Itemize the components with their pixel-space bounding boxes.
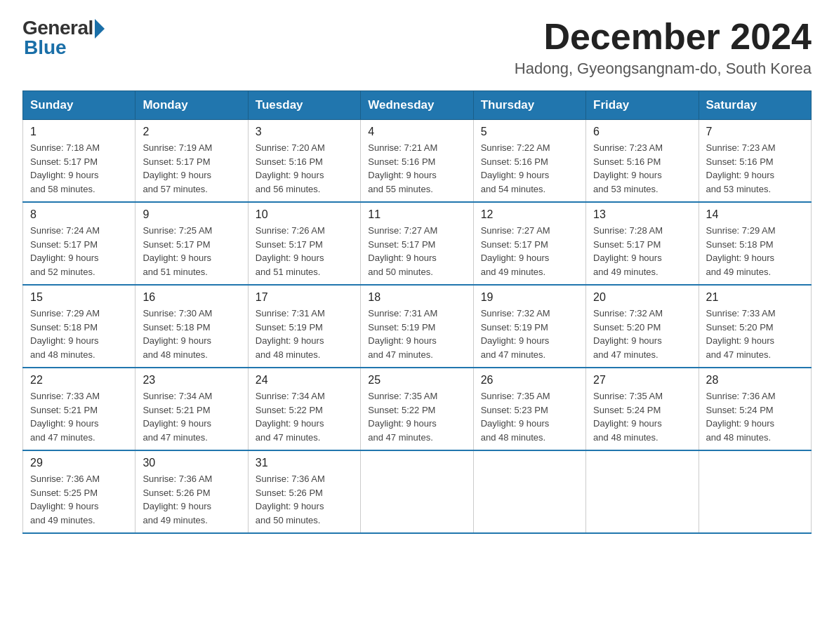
day-info: Sunrise: 7:36 AM Sunset: 5:26 PM Dayligh…	[143, 472, 240, 527]
calendar-cell: 10 Sunrise: 7:26 AM Sunset: 5:17 PM Dayl…	[248, 202, 360, 285]
calendar-cell: 12 Sunrise: 7:27 AM Sunset: 5:17 PM Dayl…	[473, 202, 585, 285]
day-number: 16	[143, 291, 240, 304]
calendar-week-row: 22 Sunrise: 7:33 AM Sunset: 5:21 PM Dayl…	[23, 368, 812, 450]
title-area: December 2024 Hadong, Gyeongsangnam-do, …	[515, 17, 812, 78]
calendar-cell: 25 Sunrise: 7:35 AM Sunset: 5:22 PM Dayl…	[361, 368, 473, 450]
day-number: 22	[30, 374, 128, 387]
header-cell-friday: Friday	[586, 91, 699, 120]
day-info: Sunrise: 7:25 AM Sunset: 5:17 PM Dayligh…	[143, 224, 240, 279]
day-number: 11	[368, 208, 465, 221]
header: General Blue December 2024 Hadong, Gyeon…	[22, 17, 812, 78]
day-number: 2	[143, 126, 240, 138]
day-info: Sunrise: 7:29 AM Sunset: 5:18 PM Dayligh…	[706, 224, 804, 279]
day-info: Sunrise: 7:28 AM Sunset: 5:17 PM Dayligh…	[593, 224, 691, 279]
calendar-cell: 15 Sunrise: 7:29 AM Sunset: 5:18 PM Dayl…	[23, 285, 135, 368]
calendar-cell: 9 Sunrise: 7:25 AM Sunset: 5:17 PM Dayli…	[135, 202, 248, 285]
day-info: Sunrise: 7:33 AM Sunset: 5:21 PM Dayligh…	[30, 389, 128, 444]
day-info: Sunrise: 7:32 AM Sunset: 5:19 PM Dayligh…	[481, 307, 578, 361]
calendar-cell: 3 Sunrise: 7:20 AM Sunset: 5:16 PM Dayli…	[248, 120, 360, 203]
calendar-cell: 29 Sunrise: 7:36 AM Sunset: 5:25 PM Dayl…	[23, 450, 135, 533]
logo-arrow-icon	[95, 19, 105, 39]
day-number: 5	[481, 126, 578, 138]
calendar-cell: 27 Sunrise: 7:35 AM Sunset: 5:24 PM Dayl…	[586, 368, 699, 450]
day-info: Sunrise: 7:19 AM Sunset: 5:17 PM Dayligh…	[143, 141, 240, 196]
day-number: 4	[368, 126, 465, 138]
day-info: Sunrise: 7:33 AM Sunset: 5:20 PM Dayligh…	[706, 307, 804, 361]
day-info: Sunrise: 7:29 AM Sunset: 5:18 PM Dayligh…	[30, 307, 128, 361]
calendar-week-row: 8 Sunrise: 7:24 AM Sunset: 5:17 PM Dayli…	[23, 202, 812, 285]
day-number: 14	[706, 208, 804, 221]
day-number: 24	[256, 374, 353, 387]
day-info: Sunrise: 7:30 AM Sunset: 5:18 PM Dayligh…	[143, 307, 240, 361]
day-info: Sunrise: 7:34 AM Sunset: 5:21 PM Dayligh…	[143, 389, 240, 444]
calendar-cell: 16 Sunrise: 7:30 AM Sunset: 5:18 PM Dayl…	[135, 285, 248, 368]
day-number: 9	[143, 208, 240, 221]
calendar-cell: 2 Sunrise: 7:19 AM Sunset: 5:17 PM Dayli…	[135, 120, 248, 203]
day-number: 28	[706, 374, 804, 387]
calendar-cell	[586, 450, 699, 533]
day-info: Sunrise: 7:18 AM Sunset: 5:17 PM Dayligh…	[30, 141, 128, 196]
header-cell-thursday: Thursday	[473, 91, 585, 120]
day-number: 6	[593, 126, 691, 138]
day-number: 31	[256, 457, 353, 469]
calendar-cell: 26 Sunrise: 7:35 AM Sunset: 5:23 PM Dayl…	[473, 368, 585, 450]
day-info: Sunrise: 7:27 AM Sunset: 5:17 PM Dayligh…	[481, 224, 578, 279]
day-number: 29	[30, 457, 128, 469]
calendar-cell: 13 Sunrise: 7:28 AM Sunset: 5:17 PM Dayl…	[586, 202, 699, 285]
day-info: Sunrise: 7:27 AM Sunset: 5:17 PM Dayligh…	[368, 224, 465, 279]
calendar-cell: 5 Sunrise: 7:22 AM Sunset: 5:16 PM Dayli…	[473, 120, 585, 203]
calendar-table: SundayMondayTuesdayWednesdayThursdayFrid…	[22, 90, 812, 534]
calendar-cell: 24 Sunrise: 7:34 AM Sunset: 5:22 PM Dayl…	[248, 368, 360, 450]
day-number: 1	[30, 126, 128, 138]
day-info: Sunrise: 7:35 AM Sunset: 5:22 PM Dayligh…	[368, 389, 465, 444]
day-number: 20	[593, 291, 691, 304]
calendar-cell: 22 Sunrise: 7:33 AM Sunset: 5:21 PM Dayl…	[23, 368, 135, 450]
day-number: 25	[368, 374, 465, 387]
calendar-cell: 19 Sunrise: 7:32 AM Sunset: 5:19 PM Dayl…	[473, 285, 585, 368]
calendar-cell: 1 Sunrise: 7:18 AM Sunset: 5:17 PM Dayli…	[23, 120, 135, 203]
calendar-cell: 4 Sunrise: 7:21 AM Sunset: 5:16 PM Dayli…	[361, 120, 473, 203]
calendar-cell: 28 Sunrise: 7:36 AM Sunset: 5:24 PM Dayl…	[699, 368, 811, 450]
day-number: 19	[481, 291, 578, 304]
day-number: 10	[256, 208, 353, 221]
calendar-week-row: 29 Sunrise: 7:36 AM Sunset: 5:25 PM Dayl…	[23, 450, 812, 533]
calendar-cell: 21 Sunrise: 7:33 AM Sunset: 5:20 PM Dayl…	[699, 285, 811, 368]
day-info: Sunrise: 7:36 AM Sunset: 5:26 PM Dayligh…	[256, 472, 353, 527]
day-info: Sunrise: 7:34 AM Sunset: 5:22 PM Dayligh…	[256, 389, 353, 444]
day-number: 26	[481, 374, 578, 387]
day-info: Sunrise: 7:36 AM Sunset: 5:24 PM Dayligh…	[706, 389, 804, 444]
day-info: Sunrise: 7:23 AM Sunset: 5:16 PM Dayligh…	[593, 141, 691, 196]
calendar-cell: 30 Sunrise: 7:36 AM Sunset: 5:26 PM Dayl…	[135, 450, 248, 533]
day-info: Sunrise: 7:20 AM Sunset: 5:16 PM Dayligh…	[256, 141, 353, 196]
calendar-cell: 31 Sunrise: 7:36 AM Sunset: 5:26 PM Dayl…	[248, 450, 360, 533]
logo-blue-text: Blue	[24, 36, 67, 59]
day-info: Sunrise: 7:32 AM Sunset: 5:20 PM Dayligh…	[593, 307, 691, 361]
day-number: 21	[706, 291, 804, 304]
day-info: Sunrise: 7:36 AM Sunset: 5:25 PM Dayligh…	[30, 472, 128, 527]
day-info: Sunrise: 7:22 AM Sunset: 5:16 PM Dayligh…	[481, 141, 578, 196]
day-number: 3	[256, 126, 353, 138]
day-info: Sunrise: 7:21 AM Sunset: 5:16 PM Dayligh…	[368, 141, 465, 196]
calendar-header-row: SundayMondayTuesdayWednesdayThursdayFrid…	[23, 91, 812, 120]
header-cell-tuesday: Tuesday	[248, 91, 360, 120]
calendar-week-row: 1 Sunrise: 7:18 AM Sunset: 5:17 PM Dayli…	[23, 120, 812, 203]
calendar-week-row: 15 Sunrise: 7:29 AM Sunset: 5:18 PM Dayl…	[23, 285, 812, 368]
calendar-cell	[699, 450, 811, 533]
header-cell-monday: Monday	[135, 91, 248, 120]
day-number: 8	[30, 208, 128, 221]
day-number: 23	[143, 374, 240, 387]
header-cell-saturday: Saturday	[699, 91, 811, 120]
calendar-cell: 11 Sunrise: 7:27 AM Sunset: 5:17 PM Dayl…	[361, 202, 473, 285]
day-number: 12	[481, 208, 578, 221]
calendar-title: December 2024	[515, 17, 812, 57]
calendar-cell: 14 Sunrise: 7:29 AM Sunset: 5:18 PM Dayl…	[699, 202, 811, 285]
day-number: 17	[256, 291, 353, 304]
calendar-cell: 23 Sunrise: 7:34 AM Sunset: 5:21 PM Dayl…	[135, 368, 248, 450]
calendar-cell	[473, 450, 585, 533]
day-number: 7	[706, 126, 804, 138]
day-number: 18	[368, 291, 465, 304]
day-info: Sunrise: 7:24 AM Sunset: 5:17 PM Dayligh…	[30, 224, 128, 279]
calendar-cell	[361, 450, 473, 533]
day-info: Sunrise: 7:23 AM Sunset: 5:16 PM Dayligh…	[706, 141, 804, 196]
day-info: Sunrise: 7:31 AM Sunset: 5:19 PM Dayligh…	[256, 307, 353, 361]
